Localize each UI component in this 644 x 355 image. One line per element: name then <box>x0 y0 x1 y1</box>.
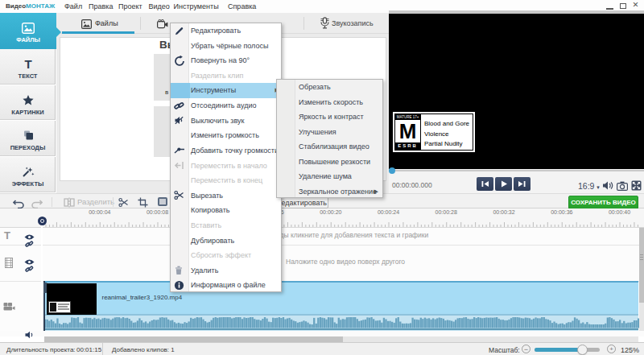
svg-text:T: T <box>24 58 31 70</box>
